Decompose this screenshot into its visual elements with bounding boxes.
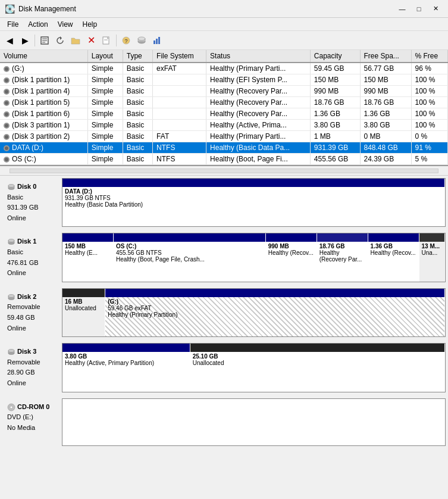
table-row[interactable]: DATA (D:) Simple Basic NTFS Healthy (Bas… <box>0 142 448 154</box>
cell-status: Healthy (EFI System P... <box>206 74 311 86</box>
table-row[interactable]: (Disk 1 partition 1) Simple Basic Health… <box>0 74 448 86</box>
partition-body: 150 MBHealthy (E... <box>62 242 113 281</box>
table-row[interactable]: (Disk 3 partition 1) Simple Basic Health… <box>0 120 448 131</box>
partition-header-bar <box>114 233 265 242</box>
back-button[interactable]: ◀ <box>2 33 17 48</box>
col-type[interactable]: Type <box>123 50 152 63</box>
disk-partition-1-1[interactable]: OS (C:)455.56 GB NTFSHealthy (Boot, Page… <box>114 233 266 281</box>
cell-status: Healthy (Basic Data Pa... <box>206 142 311 154</box>
disk-icon-button[interactable] <box>134 33 149 48</box>
disk-content-0[interactable]: DATA (D:)931.39 GB NTFSHealthy (Basic Da… <box>62 178 446 227</box>
forward-button[interactable]: ▶ <box>18 33 32 48</box>
col-freespace[interactable]: Free Spa... <box>360 50 411 63</box>
svg-rect-13 <box>153 40 155 44</box>
title-bar: 💽 Disk Management — □ ✕ <box>0 0 448 18</box>
folder-button[interactable] <box>68 33 83 48</box>
table-row[interactable]: (Disk 1 partition 5) Simple Basic Health… <box>0 97 448 108</box>
cell-volume: (Disk 1 partition 4) <box>0 86 87 97</box>
disk-partition-1-4[interactable]: 1.36 GBHealthy (Recov... <box>368 233 419 281</box>
col-capacity[interactable]: Capacity <box>310 50 360 63</box>
svg-point-12 <box>138 37 145 40</box>
disk-partition-3-1[interactable]: 25.10 GBUnallocated <box>190 344 445 391</box>
cell-status: Healthy (Recovery Par... <box>206 108 311 120</box>
cell-capacity: 150 MB <box>310 74 360 86</box>
cell-type: Basic <box>123 142 152 154</box>
main-content: Volume Layout Type File System Status Ca… <box>0 50 448 499</box>
cell-type: Basic <box>123 154 152 165</box>
disk-partition-0-0[interactable]: DATA (D:)931.39 GB NTFSHealthy (Basic Da… <box>62 179 445 226</box>
refresh-button[interactable] <box>53 33 67 48</box>
menu-action[interactable]: Action <box>23 19 52 30</box>
col-status[interactable]: Status <box>206 50 311 63</box>
menu-help[interactable]: Help <box>78 19 102 30</box>
disk-content-4[interactable] <box>62 398 446 446</box>
cell-free: 0 MB <box>360 131 411 142</box>
cell-pct: 5 % <box>411 154 447 165</box>
partition-body: 1.36 GBHealthy (Recov... <box>368 242 419 281</box>
partition-header-bar <box>317 233 368 242</box>
disk-label-0: Disk 0 Basic 931.39 GB Online <box>2 178 62 227</box>
partition-header-bar <box>266 233 317 242</box>
hscroll-bar[interactable] <box>0 166 448 176</box>
disk-partition-1-2[interactable]: 990 MBHealthy (Recov... <box>266 233 317 281</box>
delete-button[interactable]: ✕ <box>84 33 98 48</box>
partition-body: 13 M...Una... <box>419 242 444 281</box>
help-button[interactable]: ? <box>119 33 133 48</box>
cell-fs: NTFS <box>153 142 206 154</box>
svg-point-29 <box>10 406 12 408</box>
volume-table: Volume Layout Type File System Status Ca… <box>0 50 448 165</box>
new-button[interactable] <box>99 33 114 48</box>
table-row[interactable]: (G:) Simple Basic exFAT Healthy (Primary… <box>0 63 448 74</box>
cell-free: 1.36 GB <box>360 108 411 120</box>
properties-button[interactable] <box>37 33 52 48</box>
disk-partition-1-3[interactable]: 18.76 GBHealthy (Recovery Par... <box>317 233 368 281</box>
disk-content-1[interactable]: 150 MBHealthy (E...OS (C:)455.56 GB NTFS… <box>62 233 446 282</box>
table-row[interactable]: (Disk 1 partition 6) Simple Basic Health… <box>0 108 448 120</box>
close-button[interactable]: ✕ <box>428 4 443 14</box>
disk-partition-2-1[interactable]: (G:)59.46 GB exFATHealthy (Primary Parti… <box>105 289 445 336</box>
partition-body: 16 MBUnallocated <box>62 297 105 336</box>
disk-row-2: Disk 2 Removable 59.48 GB Online 16 MBUn… <box>2 288 446 337</box>
cell-pct: 0 % <box>411 131 447 142</box>
disk-partition-3-0[interactable]: 3.80 GBHealthy (Active, Primary Partitio… <box>62 344 190 391</box>
menu-view[interactable]: View <box>53 19 78 30</box>
volume-table-area[interactable]: Volume Layout Type File System Status Ca… <box>0 50 448 166</box>
table-row[interactable]: (Disk 1 partition 4) Simple Basic Health… <box>0 86 448 97</box>
disk-partition-1-0[interactable]: 150 MBHealthy (E... <box>62 233 114 281</box>
partition-header-bar <box>190 344 444 352</box>
svg-point-18 <box>8 185 14 188</box>
cell-layout: Simple <box>87 131 123 142</box>
menu-file[interactable]: File <box>2 19 23 30</box>
col-volume[interactable]: Volume <box>0 50 87 63</box>
cell-type: Basic <box>123 120 152 131</box>
minimize-button[interactable]: — <box>394 4 410 14</box>
col-pctfree[interactable]: % Free <box>411 50 447 63</box>
disk-content-3[interactable]: 3.80 GBHealthy (Active, Primary Partitio… <box>62 343 446 392</box>
cell-capacity: 18.76 GB <box>310 97 360 108</box>
disk-label-3: Disk 3 Removable 28.90 GB Online <box>2 343 62 392</box>
col-filesystem[interactable]: File System <box>153 50 206 63</box>
table-row[interactable]: (Disk 3 partition 2) Simple Basic FAT He… <box>0 131 448 142</box>
maximize-button[interactable]: □ <box>411 4 427 14</box>
cell-fs: NTFS <box>153 154 206 165</box>
cell-fs <box>153 120 206 131</box>
disk-row-4: CD-ROM 0 DVD (E:) No Media <box>2 398 446 446</box>
cell-volume: (Disk 1 partition 1) <box>0 74 87 86</box>
disk-visual-area[interactable]: Disk 0 Basic 931.39 GB Online DATA (D:)9… <box>0 176 448 499</box>
disk-content-2[interactable]: 16 MBUnallocated(G:)59.46 GB exFATHealth… <box>62 288 446 337</box>
disk-partition-2-0[interactable]: 16 MBUnallocated <box>62 289 105 336</box>
partition-body: OS (C:)455.56 GB NTFSHealthy (Boot, Page… <box>114 242 265 281</box>
partition-body: 25.10 GBUnallocated <box>190 352 444 391</box>
toolbar: ◀ ▶ ✕ ? <box>0 31 448 50</box>
cell-volume: (Disk 1 partition 5) <box>0 97 87 108</box>
cell-type: Basic <box>123 97 152 108</box>
col-layout[interactable]: Layout <box>87 50 123 63</box>
table-row[interactable]: OS (C:) Simple Basic NTFS Healthy (Boot,… <box>0 154 448 165</box>
chart-button[interactable] <box>150 33 164 48</box>
cell-capacity: 59.45 GB <box>310 63 360 74</box>
disk-partition-1-5[interactable]: 13 M...Una... <box>419 233 445 281</box>
cell-volume: (G:) <box>0 63 87 74</box>
partition-body: 990 MBHealthy (Recov... <box>266 242 317 281</box>
cell-layout: Simple <box>87 74 123 86</box>
cell-volume: DATA (D:) <box>0 142 87 154</box>
